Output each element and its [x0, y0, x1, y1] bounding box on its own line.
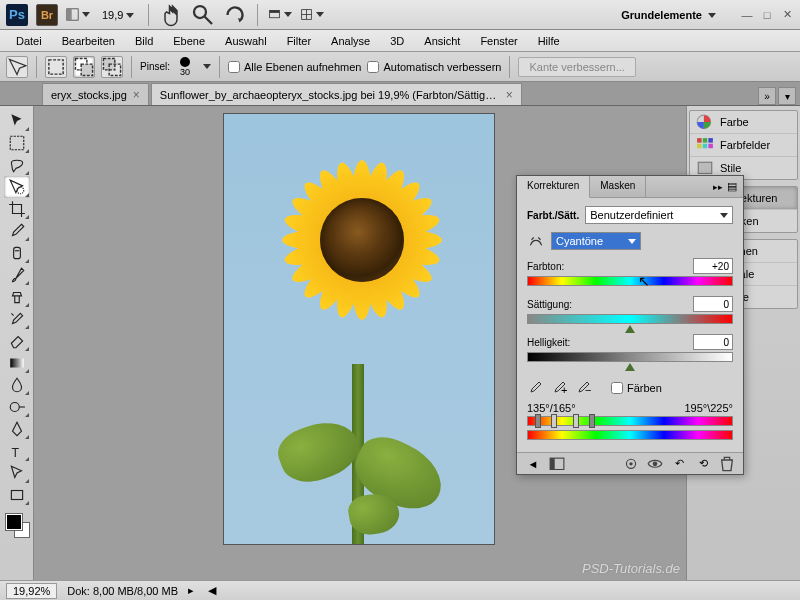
menu-bar: Datei Bearbeiten Bild Ebene Auswahl Filt… [0, 30, 800, 52]
status-menu-icon[interactable]: ▸ [188, 584, 194, 597]
color-range-slider[interactable] [527, 416, 733, 428]
move-tool[interactable] [4, 110, 30, 132]
lightness-value-input[interactable] [693, 334, 733, 350]
range-handle[interactable] [573, 414, 579, 428]
eraser-tool[interactable] [4, 330, 30, 352]
menu-filter[interactable]: Filter [279, 32, 319, 50]
menu-image[interactable]: Bild [127, 32, 161, 50]
add-to-selection-button[interactable] [73, 56, 95, 78]
svg-rect-18 [10, 359, 24, 368]
zoom-level-dropdown[interactable]: 19,9 [98, 6, 138, 24]
color-swatches[interactable] [4, 512, 30, 538]
blur-tool[interactable] [4, 374, 30, 396]
tabs-scroll-right-button[interactable]: » [758, 87, 776, 105]
panel-tab-swatches[interactable]: Farbfelder [690, 134, 797, 157]
menu-3d[interactable]: 3D [382, 32, 412, 50]
arrange-documents-button[interactable] [66, 4, 90, 26]
menu-analysis[interactable]: Analyse [323, 32, 378, 50]
healing-brush-tool[interactable] [4, 242, 30, 264]
eyedropper-subtract-icon[interactable]: − [575, 380, 591, 396]
minimize-button[interactable]: — [740, 8, 754, 22]
expand-view-icon[interactable] [549, 457, 565, 471]
tabs-menu-button[interactable]: ▾ [778, 87, 796, 105]
preset-dropdown[interactable]: Benutzerdefiniert [585, 206, 733, 224]
slider-thumb[interactable] [625, 325, 635, 333]
collapse-panel-icon[interactable]: ▸▸ [713, 182, 723, 192]
document-tab[interactable]: eryx_stocks.jpg× [42, 83, 149, 105]
previous-state-icon[interactable]: ↶ [671, 457, 687, 471]
workspace-switcher[interactable]: Grundelemente [613, 5, 724, 25]
menu-view[interactable]: Ansicht [416, 32, 468, 50]
panel-tab-color[interactable]: Farbe [690, 111, 797, 134]
color-range-dropdown[interactable]: Cyantöne [551, 232, 641, 250]
path-selection-tool[interactable] [4, 462, 30, 484]
toggle-visibility-icon[interactable] [647, 457, 663, 471]
document-canvas[interactable] [224, 114, 494, 544]
panel-tab-corrections[interactable]: Korrekturen [517, 176, 590, 198]
menu-window[interactable]: Fenster [472, 32, 525, 50]
close-button[interactable]: ✕ [780, 8, 794, 22]
crop-tool[interactable] [4, 198, 30, 220]
reset-icon[interactable]: ⟲ [695, 457, 711, 471]
type-tool[interactable]: T [4, 440, 30, 462]
checkbox-label: Automatisch verbessern [383, 61, 501, 73]
saturation-slider[interactable] [527, 314, 733, 324]
sample-all-layers-checkbox[interactable]: Alle Ebenen aufnehmen [228, 61, 361, 73]
panel-menu-icon[interactable]: ▤ [727, 180, 737, 193]
brush-tool[interactable] [4, 264, 30, 286]
eyedropper-icon[interactable] [527, 380, 543, 396]
extras-button[interactable] [300, 4, 324, 26]
rotate-view-button[interactable] [223, 4, 247, 26]
auto-enhance-checkbox[interactable]: Automatisch verbessern [367, 61, 501, 73]
new-selection-button[interactable] [45, 56, 67, 78]
marquee-tool[interactable] [4, 132, 30, 154]
lasso-tool[interactable] [4, 154, 30, 176]
scroll-left-icon[interactable]: ◀ [208, 584, 216, 597]
document-tab[interactable]: Sunflower_by_archaeopteryx_stocks.jpg be… [151, 83, 522, 105]
close-tab-icon[interactable]: × [506, 88, 513, 102]
gradient-tool[interactable] [4, 352, 30, 374]
return-to-list-icon[interactable]: ◄ [525, 457, 541, 471]
quick-selection-tool[interactable] [4, 176, 30, 198]
range-handle[interactable] [535, 414, 541, 428]
hue-value-input[interactable] [693, 258, 733, 274]
brush-preset-picker[interactable]: 30 [176, 57, 194, 77]
menu-file[interactable]: Datei [8, 32, 50, 50]
menu-select[interactable]: Auswahl [217, 32, 275, 50]
status-zoom[interactable]: 19,92% [6, 583, 57, 599]
clip-to-layer-icon[interactable] [623, 457, 639, 471]
svg-point-43 [629, 462, 632, 465]
hue-slider[interactable]: ↖ [527, 276, 733, 286]
subtract-selection-button[interactable] [101, 56, 123, 78]
eyedropper-add-icon[interactable]: + [551, 380, 567, 396]
history-brush-tool[interactable] [4, 308, 30, 330]
slider-thumb[interactable] [625, 363, 635, 371]
close-tab-icon[interactable]: × [133, 88, 140, 102]
bridge-launch-icon[interactable]: Br [36, 4, 58, 26]
lightness-slider[interactable] [527, 352, 733, 362]
colorize-checkbox[interactable]: Färben [611, 382, 662, 394]
hue-label: Farbton: [527, 261, 564, 272]
zoom-tool-button[interactable] [191, 4, 215, 26]
eyedropper-tool[interactable] [4, 220, 30, 242]
dodge-tool[interactable] [4, 396, 30, 418]
hand-tool-button[interactable] [159, 4, 183, 26]
status-doc-info[interactable]: Dok: 8,00 MB/8,00 MB [67, 585, 178, 597]
menu-help[interactable]: Hilfe [530, 32, 568, 50]
range-handle[interactable] [551, 414, 557, 428]
menu-edit[interactable]: Bearbeiten [54, 32, 123, 50]
clone-stamp-tool[interactable] [4, 286, 30, 308]
screen-mode-button[interactable] [268, 4, 292, 26]
range-handle[interactable] [589, 414, 595, 428]
delete-adjustment-icon[interactable] [719, 457, 735, 471]
tool-preset-picker[interactable] [6, 56, 28, 78]
pen-tool[interactable] [4, 418, 30, 440]
menu-layer[interactable]: Ebene [165, 32, 213, 50]
panel-tab-masks[interactable]: Masken [590, 176, 646, 197]
targeted-adjust-icon[interactable] [527, 234, 545, 248]
maximize-button[interactable]: □ [760, 8, 774, 22]
rectangle-tool[interactable] [4, 484, 30, 506]
chevron-down-icon[interactable] [203, 64, 211, 69]
saturation-value-input[interactable] [693, 296, 733, 312]
foreground-swatch[interactable] [6, 514, 22, 530]
